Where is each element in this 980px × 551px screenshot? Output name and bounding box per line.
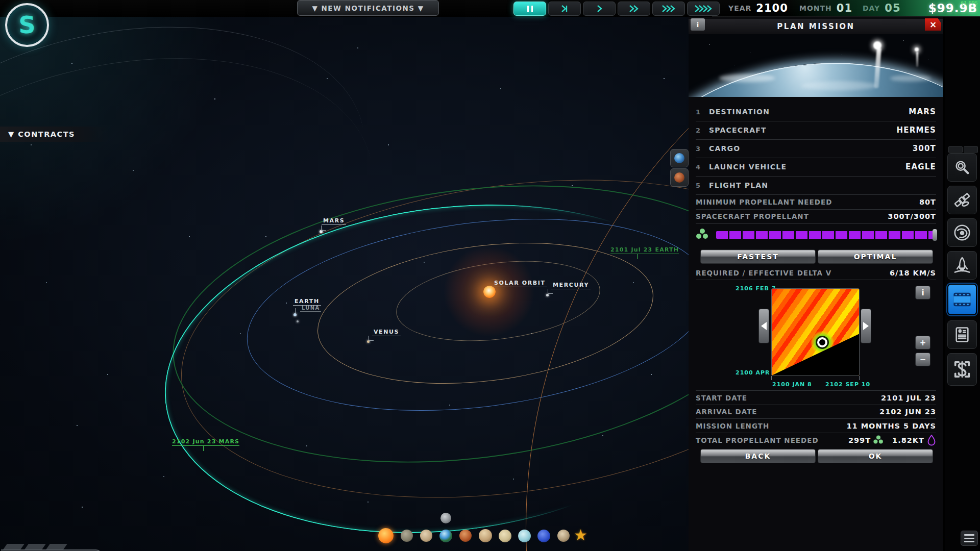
field-label: FLIGHT PLAN [709,181,768,189]
sidebar-rocket-button[interactable] [947,251,977,280]
footer-neptune-icon[interactable] [537,530,550,542]
arrival-label[interactable]: 2102 Jun 23 MARS [172,438,239,446]
start-date-value: 2101 JUL 23 [881,394,936,402]
satellite-icon [953,191,971,209]
venus-label[interactable]: VENUS [372,329,401,336]
porkchop-xmin-label: 2100 JAN 8 [772,381,812,388]
min-propellant-row: MINIMUM PROPELLANT NEEDED 80 T [696,195,936,210]
panel-info-button[interactable]: i [691,18,705,31]
mercury-dot[interactable] [546,294,549,296]
arrival-date-value: 2102 JUN 23 [879,408,936,416]
porkchop-next-button[interactable] [861,309,871,343]
pause-button[interactable] [513,2,546,16]
departure-tick [637,254,638,259]
porkchop-info-button[interactable]: i [915,286,930,299]
footer-pluto-icon[interactable] [557,530,570,542]
focus-mars-button[interactable] [670,168,689,187]
sidebar-orbit-button[interactable] [947,218,977,247]
total-propellant-mass: 299 [848,436,865,444]
rocket-plume-head [873,41,881,49]
zoom-in-button[interactable]: + [915,336,930,349]
top-bar: ▼ NEW NOTIFICATIONS ▼ YEAR 2100 MONTH 01 [0,0,980,17]
sidebar-missions-button[interactable] [947,284,977,315]
pause-icon [527,6,529,12]
field-number: 5 [696,182,709,189]
field-destination[interactable]: 1 DESTINATION MARS [696,103,936,121]
luna-dot[interactable] [297,320,299,322]
speed-4x-button[interactable] [687,2,720,16]
selected-transfer-marker[interactable] [817,337,827,347]
departure-label[interactable]: 2101 Jul 23 EARTH [610,246,679,254]
total-propellant-volume: 1.82 [892,436,913,444]
notifications-button[interactable]: ▼ NEW NOTIFICATIONS ▼ [297,0,439,16]
delta-v-label: REQUIRED / EFFECTIVE DELTA V [696,269,831,277]
optimal-button[interactable]: OPTIMAL [818,249,933,264]
solar-system-map[interactable]: MARS EARTH LUNA VENUS MERCURY SOLAR ORBI… [0,17,689,551]
mars-label[interactable]: MARS [322,217,346,225]
ok-button[interactable]: OK [818,449,933,463]
field-flight-plan[interactable]: 5 FLIGHT PLAN [696,176,936,195]
footer-mercury-icon[interactable] [401,530,413,542]
field-value: EAGLE [905,162,936,171]
speed-2x-icon [628,5,640,13]
footer-saturn-icon[interactable] [499,530,511,542]
transfer-trajectory [146,173,689,551]
game-logo[interactable]: S [5,3,49,47]
play-button[interactable] [583,2,616,16]
propellant-icon [696,229,709,241]
start-date-label: START DATE [696,394,747,402]
field-unit: T [930,144,936,153]
missions-filmstrip-icon [952,289,972,310]
sidebar-invoice-button[interactable] [947,320,977,349]
mission-length-label: MISSION LENGTH [696,422,769,430]
porkchop-prev-button[interactable] [758,309,769,343]
porkchop-ymin-label: 2100 APR 1 [736,369,777,376]
footer-uranus-icon[interactable] [518,530,531,542]
propellant-slider-handle[interactable] [933,229,937,241]
delta-v-row: REQUIRED / EFFECTIVE DELTA V 6/18 KM/S [696,266,936,280]
sidebar-finance-button[interactable] [947,353,977,386]
footer-luna-icon[interactable] [440,513,451,523]
propellant-slider[interactable] [716,231,936,239]
decoration [24,544,46,549]
menu-button[interactable] [961,531,978,546]
fastest-button[interactable]: FASTEST [700,249,816,264]
earth-label[interactable]: EARTH [293,298,321,306]
earth-leader-line [295,308,300,313]
sidebar-tab-2[interactable] [964,146,978,153]
sun[interactable] [483,286,496,298]
luna-label[interactable]: LUNA [300,305,321,312]
sidebar-satellite-button[interactable] [947,186,977,214]
footer-jupiter-icon[interactable] [479,529,492,542]
contracts-dropdown[interactable]: ▼ CONTRACTS [0,127,109,142]
field-launch-vehicle[interactable]: 4 LAUNCH VEHICLE EAGLE [696,158,936,177]
field-label: DESTINATION [709,108,770,116]
mission-image [689,34,943,97]
footer-sun-icon[interactable] [378,528,394,543]
close-icon[interactable]: × [925,18,941,31]
zoom-out-button[interactable]: − [915,353,930,366]
earth-dot[interactable] [293,313,297,316]
footer-star-icon[interactable]: ★ [574,528,587,543]
plan-mission-panel: PLAN MISSION i × 1 DESTINATION MARS 2 SP… [689,17,943,551]
back-button[interactable]: BACK [700,449,816,463]
mercury-label[interactable]: MERCURY [551,282,591,289]
speed-2x-button[interactable] [618,2,650,16]
field-spacecraft[interactable]: 2 SPACECRAFT HERMES [696,121,936,140]
speed-3x-button[interactable] [652,2,685,16]
footer-mars-icon[interactable] [459,530,472,542]
footer-earth-icon[interactable] [439,530,452,542]
field-cargo[interactable]: 3 CARGO 300 T [696,139,936,158]
solar-orbit-label[interactable]: SOLAR ORBIT [493,280,547,287]
mercury-leader-line [548,289,553,294]
sidebar-search-button[interactable] [947,153,977,182]
footer-venus-icon[interactable] [420,530,432,542]
porkchop-plot[interactable] [771,288,860,376]
sidebar-tab-1[interactable] [948,146,963,153]
total-propellant-label: TOTAL PROPELLANT NEEDED [696,436,819,444]
money-display: $99.9B [786,0,980,16]
propellant-slider-row [696,227,936,242]
step-button[interactable] [548,2,581,16]
mars-orbit-tan [160,140,689,537]
focus-earth-button[interactable] [670,149,689,167]
